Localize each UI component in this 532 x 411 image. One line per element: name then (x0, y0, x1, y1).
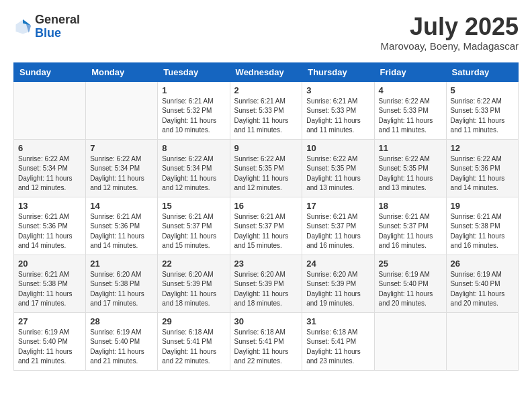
day-info: Sunrise: 6:18 AM Sunset: 5:41 PM Dayligh… (234, 328, 298, 367)
calendar-day-cell: 17Sunrise: 6:21 AM Sunset: 5:37 PM Dayli… (302, 197, 374, 255)
calendar-day-cell: 12Sunrise: 6:22 AM Sunset: 5:36 PM Dayli… (446, 139, 518, 197)
day-number: 30 (234, 316, 298, 326)
calendar-day-cell: 19Sunrise: 6:21 AM Sunset: 5:38 PM Dayli… (446, 197, 518, 255)
day-number: 23 (234, 259, 298, 269)
day-info: Sunrise: 6:18 AM Sunset: 5:41 PM Dayligh… (306, 328, 369, 367)
weekday-header: Tuesday (158, 62, 230, 81)
calendar-day-cell: 7Sunrise: 6:22 AM Sunset: 5:34 PM Daylig… (86, 139, 158, 197)
day-number: 27 (18, 316, 81, 326)
calendar-week-row: 27Sunrise: 6:19 AM Sunset: 5:40 PM Dayli… (14, 312, 519, 370)
day-info: Sunrise: 6:21 AM Sunset: 5:38 PM Dayligh… (18, 270, 81, 309)
calendar-week-row: 1Sunrise: 6:21 AM Sunset: 5:32 PM Daylig… (14, 81, 519, 139)
day-number: 31 (306, 316, 369, 326)
day-info: Sunrise: 6:21 AM Sunset: 5:32 PM Dayligh… (162, 97, 225, 136)
weekday-header: Monday (86, 62, 158, 81)
day-number: 3 (306, 85, 369, 95)
weekday-header: Friday (374, 62, 446, 81)
calendar-day-cell: 20Sunrise: 6:21 AM Sunset: 5:38 PM Dayli… (14, 255, 86, 312)
day-number: 25 (379, 259, 442, 269)
calendar-day-cell: 1Sunrise: 6:21 AM Sunset: 5:32 PM Daylig… (158, 81, 230, 139)
day-info: Sunrise: 6:19 AM Sunset: 5:40 PM Dayligh… (379, 270, 442, 309)
day-number: 16 (234, 201, 298, 211)
calendar-day-cell: 23Sunrise: 6:20 AM Sunset: 5:39 PM Dayli… (230, 255, 302, 312)
logo-blue: Blue (35, 26, 61, 40)
day-number: 17 (306, 201, 369, 211)
calendar-day-cell: 15Sunrise: 6:21 AM Sunset: 5:37 PM Dayli… (158, 197, 230, 255)
day-number: 1 (162, 85, 225, 95)
calendar-day-cell: 31Sunrise: 6:18 AM Sunset: 5:41 PM Dayli… (302, 312, 374, 370)
day-info: Sunrise: 6:22 AM Sunset: 5:34 PM Dayligh… (162, 154, 225, 193)
day-info: Sunrise: 6:22 AM Sunset: 5:34 PM Dayligh… (90, 154, 153, 193)
logo-icon (13, 17, 32, 36)
day-info: Sunrise: 6:20 AM Sunset: 5:39 PM Dayligh… (234, 270, 298, 309)
calendar-day-cell: 30Sunrise: 6:18 AM Sunset: 5:41 PM Dayli… (230, 312, 302, 370)
day-info: Sunrise: 6:22 AM Sunset: 5:35 PM Dayligh… (379, 154, 442, 193)
calendar-day-cell: 25Sunrise: 6:19 AM Sunset: 5:40 PM Dayli… (374, 255, 446, 312)
title-block: July 2025 Marovoay, Boeny, Madagascar (381, 13, 519, 52)
calendar-day-cell: 21Sunrise: 6:20 AM Sunset: 5:38 PM Dayli… (86, 255, 158, 312)
calendar-day-cell: 29Sunrise: 6:18 AM Sunset: 5:41 PM Dayli… (158, 312, 230, 370)
day-info: Sunrise: 6:21 AM Sunset: 5:36 PM Dayligh… (90, 212, 153, 251)
day-number: 21 (90, 259, 153, 269)
day-number: 28 (90, 316, 153, 326)
calendar-day-cell: 22Sunrise: 6:20 AM Sunset: 5:39 PM Dayli… (158, 255, 230, 312)
day-info: Sunrise: 6:22 AM Sunset: 5:34 PM Dayligh… (18, 154, 81, 193)
calendar-day-cell: 28Sunrise: 6:19 AM Sunset: 5:40 PM Dayli… (86, 312, 158, 370)
calendar-day-cell: 6Sunrise: 6:22 AM Sunset: 5:34 PM Daylig… (14, 139, 86, 197)
day-info: Sunrise: 6:22 AM Sunset: 5:36 PM Dayligh… (451, 154, 514, 193)
day-number: 13 (18, 201, 81, 211)
calendar-day-cell: 9Sunrise: 6:22 AM Sunset: 5:35 PM Daylig… (230, 139, 302, 197)
day-info: Sunrise: 6:19 AM Sunset: 5:40 PM Dayligh… (18, 328, 81, 367)
calendar-day-cell: 3Sunrise: 6:21 AM Sunset: 5:33 PM Daylig… (302, 81, 374, 139)
calendar-empty-cell (446, 312, 518, 370)
calendar-day-cell: 27Sunrise: 6:19 AM Sunset: 5:40 PM Dayli… (14, 312, 86, 370)
day-number: 10 (306, 143, 369, 153)
calendar-day-cell: 13Sunrise: 6:21 AM Sunset: 5:36 PM Dayli… (14, 197, 86, 255)
weekday-header: Wednesday (230, 62, 302, 81)
logo-general: General (35, 13, 80, 26)
calendar-week-row: 20Sunrise: 6:21 AM Sunset: 5:38 PM Dayli… (14, 255, 519, 312)
day-number: 20 (18, 259, 81, 269)
day-info: Sunrise: 6:19 AM Sunset: 5:40 PM Dayligh… (451, 270, 514, 309)
calendar: SundayMondayTuesdayWednesdayThursdayFrid… (13, 62, 519, 371)
day-number: 15 (162, 201, 225, 211)
day-number: 18 (379, 201, 442, 211)
page-header: General Blue July 2025 Marovoay, Boeny, … (13, 13, 519, 52)
day-info: Sunrise: 6:21 AM Sunset: 5:37 PM Dayligh… (162, 212, 225, 251)
day-info: Sunrise: 6:21 AM Sunset: 5:33 PM Dayligh… (234, 97, 298, 136)
day-info: Sunrise: 6:21 AM Sunset: 5:37 PM Dayligh… (306, 212, 369, 251)
calendar-empty-cell (374, 312, 446, 370)
day-number: 7 (90, 143, 153, 153)
day-number: 9 (234, 143, 298, 153)
day-info: Sunrise: 6:22 AM Sunset: 5:33 PM Dayligh… (451, 97, 514, 136)
day-info: Sunrise: 6:21 AM Sunset: 5:37 PM Dayligh… (234, 212, 298, 251)
calendar-week-row: 13Sunrise: 6:21 AM Sunset: 5:36 PM Dayli… (14, 197, 519, 255)
location: Marovoay, Boeny, Madagascar (381, 40, 519, 52)
calendar-day-cell: 24Sunrise: 6:20 AM Sunset: 5:39 PM Dayli… (302, 255, 374, 312)
month-year: July 2025 (381, 13, 519, 40)
day-number: 24 (306, 259, 369, 269)
day-number: 11 (379, 143, 442, 153)
calendar-day-cell: 5Sunrise: 6:22 AM Sunset: 5:33 PM Daylig… (446, 81, 518, 139)
day-info: Sunrise: 6:20 AM Sunset: 5:38 PM Dayligh… (90, 270, 153, 309)
calendar-day-cell: 16Sunrise: 6:21 AM Sunset: 5:37 PM Dayli… (230, 197, 302, 255)
day-info: Sunrise: 6:20 AM Sunset: 5:39 PM Dayligh… (306, 270, 369, 309)
day-info: Sunrise: 6:21 AM Sunset: 5:37 PM Dayligh… (379, 212, 442, 251)
weekday-header: Thursday (302, 62, 374, 81)
logo: General Blue (13, 13, 80, 40)
calendar-day-cell: 8Sunrise: 6:22 AM Sunset: 5:34 PM Daylig… (158, 139, 230, 197)
day-number: 26 (451, 259, 514, 269)
logo-text: General Blue (35, 13, 80, 40)
day-info: Sunrise: 6:22 AM Sunset: 5:33 PM Dayligh… (379, 97, 442, 136)
calendar-empty-cell (86, 81, 158, 139)
calendar-day-cell: 14Sunrise: 6:21 AM Sunset: 5:36 PM Dayli… (86, 197, 158, 255)
day-number: 2 (234, 85, 298, 95)
day-number: 5 (451, 85, 514, 95)
day-info: Sunrise: 6:22 AM Sunset: 5:35 PM Dayligh… (234, 154, 298, 193)
day-number: 14 (90, 201, 153, 211)
day-info: Sunrise: 6:19 AM Sunset: 5:40 PM Dayligh… (90, 328, 153, 367)
calendar-day-cell: 10Sunrise: 6:22 AM Sunset: 5:35 PM Dayli… (302, 139, 374, 197)
calendar-day-cell: 11Sunrise: 6:22 AM Sunset: 5:35 PM Dayli… (374, 139, 446, 197)
day-info: Sunrise: 6:21 AM Sunset: 5:36 PM Dayligh… (18, 212, 81, 251)
day-info: Sunrise: 6:22 AM Sunset: 5:35 PM Dayligh… (306, 154, 369, 193)
